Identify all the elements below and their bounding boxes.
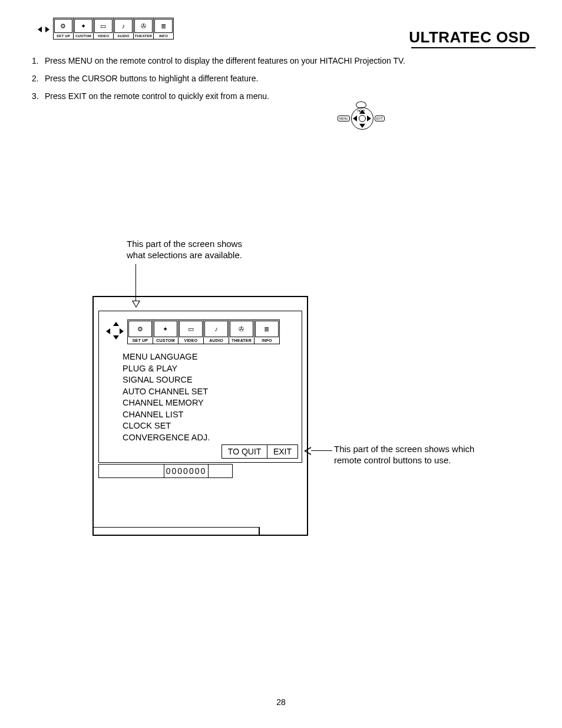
custom-icon: ✦ [74,19,92,33]
menu-item: SIGNAL SOURCE [123,374,210,386]
setup-icon: ⚙ [128,321,152,337]
instructions: 1.Press MENU on the remote control to di… [32,56,533,109]
tab-label: THEATER [229,338,254,344]
tv-diagram: ⚙ SET UP ✦ CUSTOM ▭ VIDEO ♪ AUDIO [92,296,308,536]
help-button-icon [356,101,366,108]
callout-selections: This part of the screen shows what selec… [127,239,262,261]
tab-audio: ♪ AUDIO [113,18,134,39]
exit-button-label: EXIT [267,444,298,459]
tab-label: SET UP [54,34,73,39]
video-icon: ▭ [94,19,113,33]
osd-tabstrip-top: ⚙ SET UP ✦ CUSTOM ▭ VIDEO ♪ AUDIO ✇ THEA… [37,18,174,39]
info-icon: ≣ [154,19,173,33]
tv-base [92,527,260,536]
tab-label: AUDIO [204,338,229,344]
tv-control-strip: 0000000 [98,464,233,478]
menu-item: CONVERGENCE ADJ. [123,432,210,444]
page-title: ULTRATEC OSD [401,28,530,47]
theater-icon: ✇ [230,321,253,337]
title-rule [411,47,535,48]
remote-menu-button: MENU [338,116,350,121]
menu-item: CHANNEL MEMORY [123,397,210,409]
tab-video: ▭ VIDEO [93,18,114,39]
tab-info: ≣ INFO [254,319,280,344]
video-icon: ▭ [179,321,203,337]
custom-icon: ✦ [154,321,177,337]
tab-label: INFO [254,338,279,344]
audio-icon: ♪ [114,19,133,33]
nav-dpad-icon [106,322,124,340]
tab-custom: ✦ CUSTOM [153,319,178,344]
info-icon: ≣ [255,321,279,337]
step-1: Press MENU on the remote control to disp… [45,56,405,65]
tab-setup: ⚙ SET UP [53,18,74,39]
callout-arrow-stem-2 [308,450,332,451]
remote-control-diagram: HELP MENU EXIT [338,107,385,130]
quit-row: TO QUIT EXIT [222,444,298,459]
menu-item: CLOCK SET [123,420,210,432]
page-title-block: ULTRATEC OSD [401,28,530,47]
arrow-left-icon [38,27,42,32]
counter-display: 0000000 [164,465,208,477]
tab-video: ▭ VIDEO [178,319,204,344]
menu-item: AUTO CHANNEL SET [123,386,210,398]
tab-info: ≣ INFO [153,18,174,39]
setup-menu-list: MENU LANGUAGE PLUG & PLAY SIGNAL SOURCE … [123,351,210,444]
tab-label: INFO [154,34,173,39]
audio-icon: ♪ [204,321,228,337]
page-number: 28 [0,697,562,707]
step-2: Press the CURSOR buttons to highlight a … [45,74,258,83]
theater-icon: ✇ [134,19,153,33]
tab-setup: ⚙ SET UP [127,319,153,344]
tab-label: CUSTOM [74,34,93,39]
tab-label: AUDIO [114,34,133,39]
arrow-right-icon [45,27,49,32]
tab-label: THEATER [134,34,153,39]
callout-buttons: This part of the screen shows which remo… [334,444,499,466]
tab-audio: ♪ AUDIO [203,319,229,344]
menu-item: CHANNEL LIST [123,409,210,421]
tab-label: VIDEO [94,34,113,39]
tab-label: CUSTOM [153,338,178,344]
tab-theater: ✇ THEATER [229,319,254,344]
tab-custom: ✦ CUSTOM [73,18,94,39]
tab-label: VIDEO [178,338,203,344]
remote-exit-button: EXIT [375,116,385,121]
step-3: Press EXIT on the remote control to quic… [45,91,269,101]
nav-arrows [37,27,53,39]
menu-item: MENU LANGUAGE [123,351,210,363]
menu-item: PLUG & PLAY [123,363,210,375]
quit-label: TO QUIT [222,444,268,459]
tab-theater: ✇ THEATER [133,18,154,39]
setup-icon: ⚙ [54,19,72,33]
tab-label: SET UP [128,338,153,344]
osd-tabstrip-screen: ⚙ SET UP ✦ CUSTOM ▭ VIDEO ♪ AUDIO [106,319,280,344]
tv-screen: ⚙ SET UP ✦ CUSTOM ▭ VIDEO ♪ AUDIO [98,311,302,463]
remote-help-label: HELP [338,101,385,113]
